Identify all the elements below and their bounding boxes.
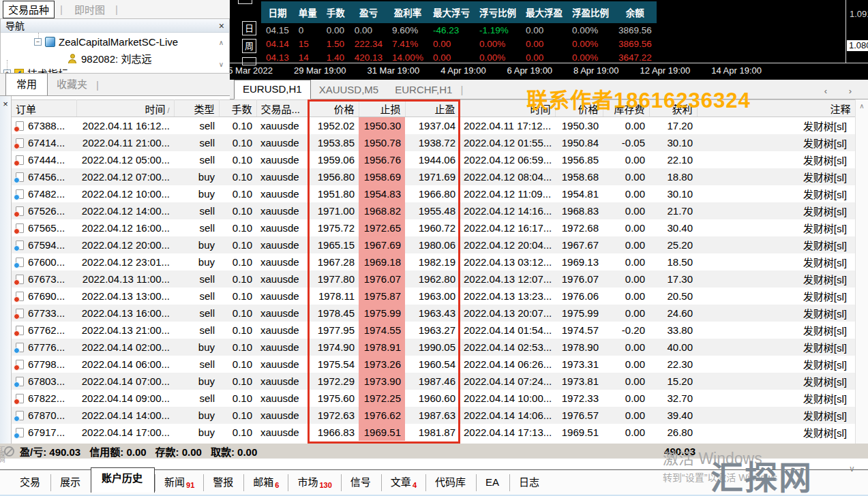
timeframe-week-button[interactable]: 周 xyxy=(242,39,256,53)
terminal-tab[interactable]: 日志 xyxy=(509,474,550,491)
history-row[interactable]: 67388... 2022.04.11 16:12... sell 0.10 x… xyxy=(12,117,855,134)
history-row[interactable]: 67526... 2022.04.12 14:00... sell 0.10 x… xyxy=(12,202,855,219)
history-row[interactable]: 67414... 2022.04.11 21:00... sell 0.10 x… xyxy=(12,134,855,151)
history-row[interactable]: 67690... 2022.04.13 13:00... sell 0.10 x… xyxy=(12,288,855,305)
column-header-symbol[interactable]: 交易品... xyxy=(256,100,308,117)
navigator-panel: 导航 × − ZealCapitalMarketSC-Live 982082: … xyxy=(0,18,230,74)
tick-chart-button[interactable]: 即时图 xyxy=(70,1,110,18)
tree-scroll-up-icon[interactable]: ∧ xyxy=(219,40,224,46)
lots: 0.10 xyxy=(219,151,256,168)
history-scrollbar[interactable]: ∧ xyxy=(855,99,868,444)
history-row[interactable]: 67733... 2022.04.13 16:00... sell 0.10 x… xyxy=(12,305,855,322)
close-price: 1954.81 xyxy=(555,185,603,202)
terminal-tab[interactable]: 代码库 xyxy=(425,474,476,491)
history-row[interactable]: 67594... 2022.04.12 20:00... buy 0.10 xa… xyxy=(12,236,855,253)
tab-scroll-arrows-icon[interactable]: ‹ › xyxy=(824,86,861,96)
terminal-tab[interactable]: 文章4 xyxy=(381,474,425,491)
close-time: 2022.04.12 16:17... xyxy=(460,219,555,236)
swap: 0.00 xyxy=(603,424,649,441)
chart-tab[interactable]: EURUSD,H1 xyxy=(234,80,311,99)
history-row[interactable]: 67673... 2022.04.13 11:00... sell 0.10 x… xyxy=(12,270,855,288)
terminal-tab[interactable]: 新闻91 xyxy=(155,474,203,491)
take-profit: 1955.48 xyxy=(405,202,460,219)
comment: 发财树[sl] xyxy=(697,356,855,373)
swap: 0.00 xyxy=(603,288,649,305)
tree-node-indicators[interactable]: + f 技术指标 xyxy=(3,66,68,73)
column-header-open-time[interactable]: 时间/ xyxy=(76,100,174,117)
order-number: 67803... xyxy=(28,375,65,387)
stats-row: 04.14 15 1.50 222.34 7.41% 0.00 0.00% 0.… xyxy=(261,37,657,50)
tree-node-server[interactable]: − ZealCapitalMarketSC-Live xyxy=(34,36,178,48)
close-time: 2022.04.13 13:23... xyxy=(460,288,555,305)
column-header-type[interactable]: 类型 xyxy=(174,100,219,117)
terminal-tab[interactable]: 信号 xyxy=(341,474,381,491)
chart-tab[interactable]: EURCHF,H1 xyxy=(387,81,460,99)
column-header-comment[interactable]: 注释 xyxy=(697,100,855,117)
comment: 发财树[sl] xyxy=(697,236,855,253)
tree-node-account[interactable]: 982082: 刘志远 xyxy=(68,51,151,65)
history-row[interactable]: 67456... 2022.04.12 07:00... buy 0.10 xa… xyxy=(12,168,855,185)
profit: 33.80 xyxy=(649,322,697,339)
profit: 40.00 xyxy=(649,339,697,356)
profit: 39.40 xyxy=(649,407,697,424)
history-row[interactable]: 67600... 2022.04.12 23:01... buy 0.10 xa… xyxy=(12,253,855,270)
history-row[interactable]: 67565... 2022.04.12 16:00... sell 0.10 x… xyxy=(12,219,855,236)
terminal-tab[interactable]: 交易 xyxy=(11,474,50,491)
tab-common[interactable]: 常用 xyxy=(5,73,48,95)
terminal-tab[interactable]: 展示 xyxy=(50,474,91,491)
timeframe-button-partial[interactable] xyxy=(242,57,256,65)
column-header-order[interactable]: 订单 xyxy=(12,100,76,117)
close-time: 2022.04.12 14:16... xyxy=(460,202,555,219)
history-row[interactable]: 67444... 2022.04.12 05:00... sell 0.10 x… xyxy=(12,151,855,168)
history-row[interactable]: 67803... 2022.04.14 07:00... buy 0.10 xa… xyxy=(12,373,855,390)
history-row[interactable]: 67798... 2022.04.14 06:00... sell 0.10 x… xyxy=(12,356,855,373)
history-row[interactable]: 67917... 2022.04.14 17:00... buy 0.10 xa… xyxy=(12,424,855,441)
history-row[interactable]: 67870... 2022.04.14 14:00... buy 0.10 xa… xyxy=(12,407,855,424)
terminal-close-icon[interactable]: × xyxy=(0,99,11,109)
indicators-label: 技术指标 xyxy=(27,66,68,73)
scroll-up-icon[interactable]: ∧ xyxy=(856,102,868,110)
top-toolbar: 交易品种 | 即时图 | xyxy=(0,0,230,19)
history-row[interactable]: 67822... 2022.04.14 09:00... sell 0.10 x… xyxy=(12,390,855,407)
column-header-profit[interactable]: 获利 xyxy=(649,100,697,117)
lots: 0.10 xyxy=(219,322,256,339)
history-row[interactable]: 67762... 2022.04.13 21:00... sell 0.10 x… xyxy=(12,322,855,339)
swap: 0.00 xyxy=(603,185,649,202)
terminal-tab[interactable]: EA xyxy=(476,474,509,491)
profit: 22.30 xyxy=(649,356,697,373)
column-header-close-time[interactable]: 时间 xyxy=(460,100,555,117)
terminal-tab[interactable]: 警报 xyxy=(203,474,243,491)
history-row[interactable]: 67776... 2022.04.14 02:00... buy 0.10 xa… xyxy=(12,339,855,356)
timeframe-day-button[interactable]: 日 xyxy=(242,21,256,35)
chart-tab[interactable]: XAUUSD,M5 xyxy=(311,81,387,99)
comment: 发财树[sl] xyxy=(697,270,855,288)
column-header-lots[interactable]: 手数 xyxy=(219,100,256,117)
collapse-icon[interactable]: − xyxy=(34,38,42,46)
open-price: 1966.83 xyxy=(308,424,359,441)
terminal-tab[interactable]: 市场130 xyxy=(288,474,340,491)
column-header-swap[interactable]: 库存费 xyxy=(603,100,649,117)
swap: -0.05 xyxy=(603,134,649,151)
navigator-close-icon[interactable]: × xyxy=(219,21,224,31)
column-header-sl[interactable]: 止损 xyxy=(359,100,405,117)
history-row[interactable]: 67482... 2022.04.12 10:00... buy 0.10 xa… xyxy=(12,185,855,202)
swap: 0.00 xyxy=(603,219,649,236)
chart-area[interactable]: 日 周 日期 单量 手数 盈亏 盈利率 最大浮亏 浮亏比例 最大浮盈 浮盈比例 … xyxy=(230,0,868,80)
symbols-button[interactable]: 交易品种 xyxy=(3,1,55,18)
order-number: 67594... xyxy=(28,239,65,251)
symbol: xauusde xyxy=(256,407,308,424)
price-axis-label: 1.09185 xyxy=(850,9,868,19)
terminal-tab[interactable]: 账户历史 xyxy=(91,467,155,493)
trade-type: sell xyxy=(174,322,219,339)
close-price: 1969.51 xyxy=(555,424,603,441)
timeframe-button-partial[interactable] xyxy=(238,0,252,4)
scroll-down-icon[interactable]: ∨ xyxy=(849,464,855,474)
terminal-tab[interactable]: 邮箱6 xyxy=(243,474,288,491)
column-header-close-price[interactable]: 价格 xyxy=(555,100,603,117)
take-profit: 1980.06 xyxy=(405,236,460,253)
tree-scroll-down-icon[interactable]: ∨ xyxy=(219,61,224,68)
tab-favorites[interactable]: 收藏夹 xyxy=(48,74,96,95)
column-header-price[interactable]: 价格 xyxy=(308,100,359,117)
column-header-tp[interactable]: 止盈 xyxy=(405,100,460,117)
close-price: 1972.68 xyxy=(555,219,603,236)
